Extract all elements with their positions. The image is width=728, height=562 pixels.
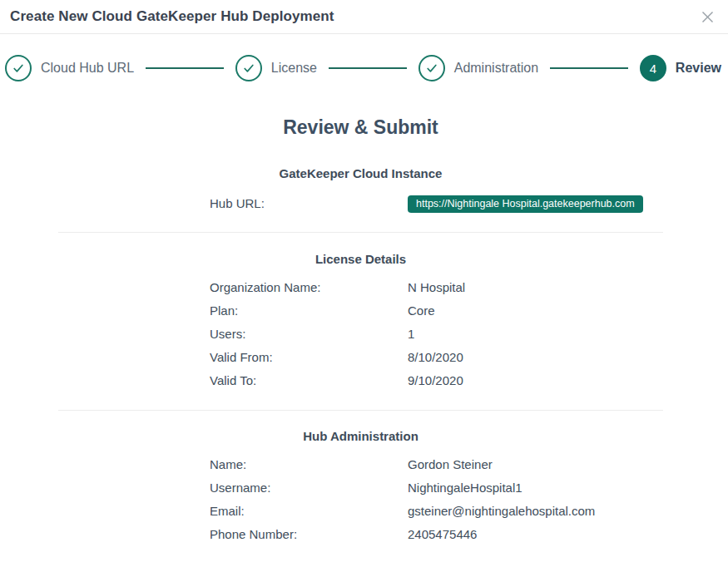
step-label: Cloud Hub URL: [41, 61, 134, 76]
detail-row: Plan: Core: [58, 302, 663, 319]
step-number-badge: 4: [640, 55, 666, 81]
detail-row: Organization Name: N Hospital: [58, 279, 663, 296]
detail-row: Phone Number: 2405475446: [58, 525, 663, 543]
row-value: 8/10/2020: [408, 350, 463, 364]
step-label: License: [271, 61, 317, 76]
row-value: gsteiner@nightingalehospital.com: [408, 504, 595, 518]
section-license-details: License Details Organization Name: N Hos…: [58, 252, 663, 389]
dialog-title: Create New Cloud GateKeeper Hub Deployme…: [10, 8, 334, 25]
row-value: NightingaleHospital1: [408, 481, 522, 495]
detail-row: Valid To: 9/10/2020: [58, 372, 663, 389]
detail-row: Valid From: 8/10/2020: [58, 348, 663, 366]
section-title: GateKeeper Cloud Instance: [58, 166, 663, 180]
page-title: Review & Submit: [58, 116, 663, 139]
step-connector: [329, 67, 407, 69]
row-label: Email:: [210, 504, 408, 518]
section-hub-administration: Hub Administration Name: Gordon Steiner …: [58, 429, 663, 543]
check-circle-icon: [418, 55, 445, 81]
detail-row: Username: NightingaleHospital1: [58, 479, 663, 496]
step-connector: [146, 67, 224, 69]
step-cloud-hub-url[interactable]: Cloud Hub URL: [5, 55, 134, 81]
section-title: License Details: [58, 252, 663, 266]
row-value: Gordon Steiner: [408, 457, 493, 471]
detail-row: Email: gsteiner@nightingalehospital.com: [58, 502, 663, 520]
section-title: Hub Administration: [58, 429, 663, 443]
row-label: Valid To:: [210, 373, 408, 387]
step-review[interactable]: 4 Review: [640, 55, 721, 81]
review-content: Review & Submit GateKeeper Cloud Instanc…: [58, 116, 663, 543]
row-label: Hub URL:: [210, 196, 408, 210]
section-divider: [58, 232, 663, 233]
check-circle-icon: [5, 55, 32, 81]
row-label: Username:: [210, 481, 408, 495]
row-value: 9/10/2020: [408, 373, 463, 387]
close-icon[interactable]: [700, 9, 715, 24]
row-label: Users:: [210, 327, 408, 341]
row-value: Core: [408, 303, 435, 318]
section-cloud-instance: GateKeeper Cloud Instance Hub URL: https…: [58, 166, 663, 212]
row-label: Plan:: [210, 303, 408, 318]
stepper: Cloud Hub URL License Administration 4 R…: [0, 34, 728, 81]
row-value: N Hospital: [408, 280, 465, 294]
section-divider: [58, 410, 663, 411]
step-label: Administration: [454, 61, 538, 76]
check-circle-icon: [235, 55, 262, 81]
detail-row: Name: Gordon Steiner: [58, 456, 663, 473]
row-value: 2405475446: [408, 527, 477, 541]
step-license[interactable]: License: [235, 55, 317, 81]
row-label: Phone Number:: [210, 527, 408, 541]
step-administration[interactable]: Administration: [418, 55, 538, 81]
row-label: Name:: [210, 457, 408, 471]
row-label: Valid From:: [210, 350, 408, 364]
step-label: Review: [676, 61, 721, 76]
hub-url-row: Hub URL: https://Nightingale Hospital.ga…: [58, 195, 663, 212]
row-label: Organization Name:: [210, 280, 408, 294]
hub-url-badge: https://Nightingale Hospital.gatekeeperh…: [408, 195, 643, 213]
row-value: 1: [408, 327, 414, 341]
detail-row: Users: 1: [58, 325, 663, 343]
step-connector: [550, 67, 628, 69]
dialog-header: Create New Cloud GateKeeper Hub Deployme…: [0, 0, 728, 34]
